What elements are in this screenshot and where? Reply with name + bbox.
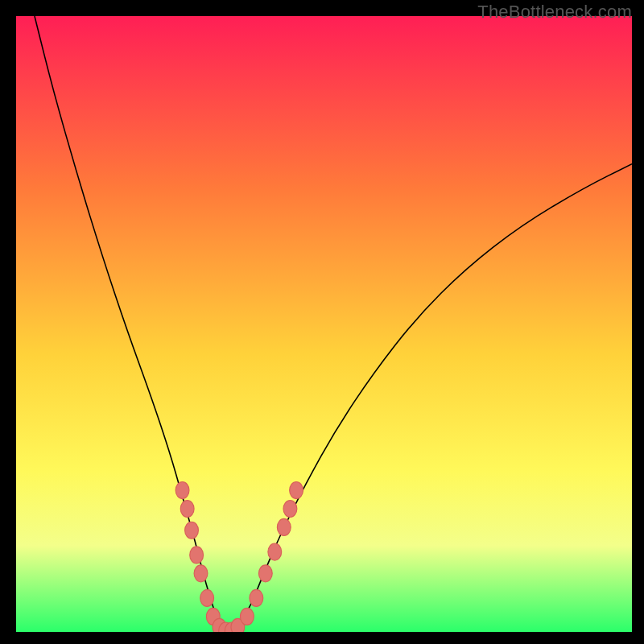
curve-marker [190,547,204,564]
gradient-background [16,16,632,632]
curve-marker [250,589,263,606]
watermark-text: TheBottleneck.com [477,2,632,23]
curve-marker [194,565,208,582]
curve-marker [258,565,272,582]
bottleneck-chart [16,16,632,632]
curve-marker [175,482,189,499]
curve-marker [185,522,199,539]
curve-marker [277,518,291,535]
curve-marker [200,589,214,606]
curve-marker [180,500,194,517]
curve-marker [268,543,282,560]
chart-frame [16,16,632,632]
curve-marker [240,608,254,625]
curve-marker [283,500,297,517]
curve-marker [290,482,303,499]
